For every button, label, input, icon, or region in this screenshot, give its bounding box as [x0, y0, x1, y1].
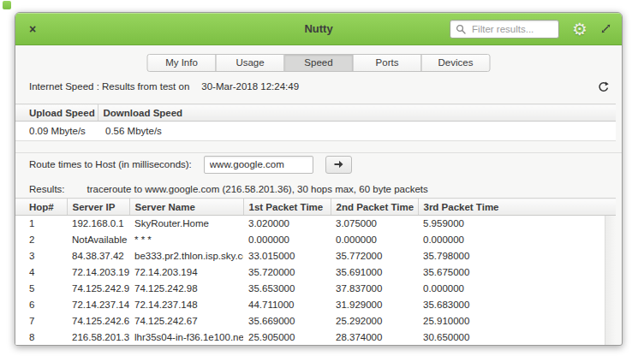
table-cell: 25.910000 — [418, 313, 616, 329]
packet2-header: 2nd Packet Time — [331, 199, 418, 216]
vertical-scrollbar[interactable] — [605, 216, 616, 346]
download-speed-header: Download Speed — [98, 104, 616, 122]
table-cell: 44.711000 — [243, 297, 331, 313]
table-cell: be333.pr2.thlon.isp.sky.com — [129, 248, 243, 264]
route-controls: Route times to Host (in milliseconds): — [29, 155, 352, 174]
hop-header: Hop# — [15, 199, 67, 216]
table-cell: 35.675000 — [418, 264, 616, 281]
table-cell: 35.653000 — [243, 281, 331, 297]
speed-table-header-row: Upload Speed Download Speed — [15, 104, 616, 122]
table-cell: SkyRouter.Home — [129, 216, 243, 232]
table-cell: 3.075000 — [331, 216, 418, 232]
run-traceroute-button[interactable] — [325, 156, 352, 174]
filter-search-box[interactable] — [450, 20, 559, 39]
table-cell: 0.000000 — [243, 232, 331, 248]
table-cell: 30.650000 — [418, 329, 616, 346]
upload-speed-header: Upload Speed — [15, 104, 98, 122]
table-cell: * * * — [129, 232, 243, 248]
table-cell: 3.020000 — [243, 216, 331, 232]
tab-devices[interactable]: Devices — [421, 54, 491, 72]
table-cell: 192.168.0.1 — [67, 216, 129, 232]
table-cell: 6 — [15, 297, 67, 313]
packet1-header: 1st Packet Time — [243, 199, 331, 216]
table-cell: 72.14.237.148 — [129, 297, 243, 313]
table-row[interactable]: 774.125.242.6774.125.242.6735.66900025.2… — [15, 313, 616, 329]
table-cell: 74.125.242.67 — [67, 313, 129, 329]
table-cell: lhr35s04-in-f36.1e100.net — [129, 329, 243, 346]
table-row[interactable]: 384.38.37.42be333.pr2.thlon.isp.sky.com3… — [15, 248, 616, 264]
tab-usage[interactable]: Usage — [216, 54, 285, 72]
refresh-icon — [597, 80, 610, 93]
table-cell: 7 — [15, 313, 67, 329]
settings-gear-icon[interactable]: ⚙ — [572, 21, 587, 38]
server-ip-header: Server IP — [67, 199, 129, 216]
table-cell: 37.837000 — [331, 281, 418, 297]
table-cell: 0.000000 — [331, 232, 418, 248]
table-cell: 74.125.242.98 — [129, 281, 243, 297]
table-cell: 0.000000 — [418, 281, 616, 297]
speed-results-table: Upload Speed Download Speed 0.09 Mbyte/s… — [15, 104, 616, 141]
table-cell: 74.125.242.67 — [129, 313, 243, 329]
table-cell: 2 — [15, 232, 67, 248]
tab-ports[interactable]: Ports — [353, 54, 422, 72]
table-row[interactable]: 2NotAvailable* * *0.0000000.0000000.0000… — [15, 232, 616, 248]
table-cell: 35.683000 — [418, 297, 616, 313]
table-cell: 35.691000 — [331, 264, 418, 281]
table-cell: 5.959000 — [418, 216, 616, 232]
results-summary: traceroute to www.google.com (216.58.201… — [87, 184, 428, 194]
table-cell: 35.772000 — [331, 248, 418, 264]
table-row[interactable]: 472.14.203.19472.14.203.19435.72000035.6… — [15, 264, 616, 281]
host-input[interactable] — [204, 156, 313, 174]
go-arrow-icon — [333, 159, 344, 169]
screen-artifact — [3, 1, 11, 9]
table-cell: 33.015000 — [243, 248, 331, 264]
table-cell: 216.58.201.36 — [67, 329, 129, 346]
table-cell: 74.125.242.98 — [67, 281, 129, 297]
table-cell: 35.798000 — [418, 248, 616, 264]
route-host-label: Route times to Host (in milliseconds): — [29, 159, 192, 169]
refresh-button[interactable] — [597, 80, 610, 93]
tab-my-info[interactable]: My Info — [147, 54, 217, 72]
traceroute-header-row: Hop# Server IP Server Name 1st Packet Ti… — [15, 199, 616, 216]
table-cell: 25.905000 — [243, 329, 331, 346]
table-cell: 72.14.237.148 — [67, 297, 129, 313]
results-line: Results: traceroute to www.google.com (2… — [29, 182, 428, 196]
search-icon — [456, 24, 466, 34]
table-cell: NotAvailable — [67, 232, 129, 248]
table-cell: 72.14.203.194 — [67, 264, 129, 281]
close-button[interactable]: × — [26, 21, 39, 37]
section-separator — [15, 152, 623, 153]
table-cell: 4 — [15, 264, 67, 281]
table-cell: 0.000000 — [418, 232, 616, 248]
table-cell: 31.929000 — [331, 297, 418, 313]
server-name-header: Server Name — [129, 199, 243, 216]
speed-info-line: Internet Speed : Results from test on 30… — [29, 78, 610, 95]
tab-speed[interactable]: Speed — [284, 54, 354, 72]
titlebar-controls: ⚙ — [450, 20, 611, 39]
traceroute-table-container: Hop# Server IP Server Name 1st Packet Ti… — [15, 198, 616, 346]
table-cell: 25.292000 — [331, 313, 418, 329]
speed-test-date: 30-Mar-2018 12:24:49 — [201, 81, 299, 92]
download-speed-value: 0.56 Mbyte/s — [98, 122, 616, 141]
titlebar: × Nutty ⚙ — [15, 13, 622, 45]
filter-input[interactable] — [470, 23, 553, 35]
app-window: × Nutty ⚙ My Info Usage Speed Ports Devi… — [15, 12, 623, 346]
traceroute-table: Hop# Server IP Server Name 1st Packet Ti… — [15, 198, 616, 346]
table-row[interactable]: 1192.168.0.1SkyRouter.Home3.0200003.0750… — [15, 216, 616, 232]
expand-icon[interactable] — [600, 23, 611, 34]
speed-info-label: Internet Speed : Results from test on — [29, 81, 189, 92]
table-cell: 35.669000 — [243, 313, 331, 329]
table-cell: 5 — [15, 281, 67, 297]
table-cell: 84.38.37.42 — [67, 248, 129, 264]
table-row[interactable]: 574.125.242.9874.125.242.9835.65300037.8… — [15, 281, 616, 297]
speed-table-row[interactable]: 0.09 Mbyte/s 0.56 Mbyte/s — [15, 122, 616, 141]
table-cell: 35.720000 — [243, 264, 331, 281]
table-cell: 1 — [15, 216, 67, 232]
upload-speed-value: 0.09 Mbyte/s — [15, 122, 98, 141]
results-label: Results: — [29, 184, 65, 194]
table-row[interactable]: 8216.58.201.36lhr35s04-in-f36.1e100.net2… — [15, 329, 616, 346]
table-row[interactable]: 672.14.237.14872.14.237.14844.71100031.9… — [15, 297, 616, 313]
table-cell: 3 — [15, 248, 67, 264]
table-cell: 72.14.203.194 — [129, 264, 243, 281]
tab-bar: My Info Usage Speed Ports Devices — [147, 54, 491, 72]
